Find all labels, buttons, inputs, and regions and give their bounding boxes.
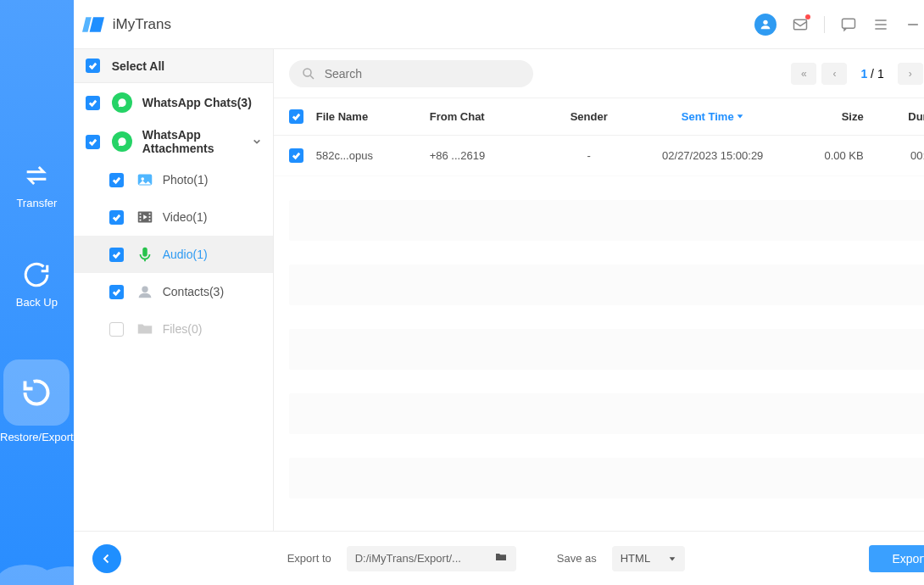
search-box[interactable] xyxy=(289,60,533,87)
checkbox[interactable] xyxy=(86,96,100,110)
header-checkbox[interactable] xyxy=(289,109,303,124)
empty-row xyxy=(289,265,924,305)
cell-from: +86 ...2619 xyxy=(430,149,540,162)
svg-point-6 xyxy=(141,177,144,181)
cell-dur: 00:00:02 xyxy=(864,149,924,162)
empty-row xyxy=(289,393,924,434)
checkbox-empty[interactable] xyxy=(109,322,124,337)
empty-row xyxy=(289,329,924,370)
tree-files-label: Files(0) xyxy=(163,322,203,336)
save-as-value: HTML xyxy=(621,552,650,565)
content-toolbar: « ‹ 1 / 1 › » xyxy=(274,49,924,98)
pager-first[interactable]: « xyxy=(791,63,816,85)
svg-rect-10 xyxy=(139,220,141,221)
footer: Export to D:/iMyTrans/Export/... Save as… xyxy=(74,531,924,585)
th-file[interactable]: File Name xyxy=(316,110,430,123)
content-panel: « ‹ 1 / 1 › » File Name From Chat Sender… xyxy=(274,49,924,531)
export-to-label: Export to xyxy=(287,552,331,565)
tree-photo-label: Photo(1) xyxy=(163,173,209,187)
minimize-icon[interactable] xyxy=(905,16,921,33)
folder-icon xyxy=(136,320,154,338)
divider xyxy=(824,16,825,33)
feedback-icon[interactable] xyxy=(840,16,857,33)
pager-next[interactable]: › xyxy=(898,63,923,85)
checkbox[interactable] xyxy=(86,135,100,149)
tree-contacts-label: Contacts(3) xyxy=(163,285,224,298)
th-sender[interactable]: Sender xyxy=(540,110,638,123)
menu-icon[interactable] xyxy=(872,16,889,33)
nav-restore-export[interactable]: Restore/Export xyxy=(0,359,74,443)
logo-mark-icon xyxy=(82,14,104,36)
cell-file: 582c...opus xyxy=(316,149,430,162)
inbox-icon[interactable] xyxy=(792,16,809,33)
checkbox[interactable] xyxy=(109,173,124,187)
empty-row xyxy=(289,458,924,499)
table-header: File Name From Chat Sender Sent Time Siz… xyxy=(274,98,924,136)
file-table: File Name From Chat Sender Sent Time Siz… xyxy=(274,98,924,531)
save-as-select[interactable]: HTML xyxy=(612,546,685,571)
backup-icon xyxy=(22,260,51,289)
app-root: Transfer Back Up Restore/Export iMyTrans xyxy=(0,0,924,585)
select-all-checkbox[interactable] xyxy=(86,58,100,73)
empty-row xyxy=(289,200,924,241)
sidebar-tree: Select All WhatsApp Chats(3) WhatsApp At… xyxy=(74,49,274,531)
export-button[interactable]: Export xyxy=(869,545,924,572)
chevron-down-icon xyxy=(253,135,261,148)
select-all-row[interactable]: Select All xyxy=(74,49,273,83)
sort-desc-icon xyxy=(736,112,744,120)
th-sent-time[interactable]: Sent Time xyxy=(638,110,788,123)
whatsapp-icon xyxy=(112,131,132,152)
header-icons xyxy=(754,14,924,36)
back-button[interactable] xyxy=(92,544,121,573)
svg-rect-3 xyxy=(793,20,806,30)
nav-transfer[interactable]: Transfer xyxy=(16,161,57,209)
nav-transfer-label: Transfer xyxy=(16,197,57,209)
search-input[interactable] xyxy=(325,67,521,81)
photo-icon xyxy=(136,170,154,189)
account-icon[interactable] xyxy=(754,14,776,36)
tree-sub-video[interactable]: Video(1) xyxy=(74,198,273,236)
row-checkbox[interactable] xyxy=(289,148,303,163)
th-from[interactable]: From Chat xyxy=(430,110,540,123)
tree-sub-files[interactable]: Files(0) xyxy=(74,310,273,348)
tree-whatsapp-attachments[interactable]: WhatsApp Attachments xyxy=(74,122,273,161)
tree-sub-contacts[interactable]: Contacts(3) xyxy=(74,273,273,310)
export-path-text: D:/iMyTrans/Export/... xyxy=(355,552,461,565)
svg-point-15 xyxy=(142,287,148,292)
cell-size: 0.00 KB xyxy=(788,149,864,162)
pager: « ‹ 1 / 1 › » xyxy=(791,63,924,85)
table-row[interactable]: 582c...opus +86 ...2619 - 02/27/2023 15:… xyxy=(274,136,924,176)
pager-readout: 1 / 1 xyxy=(860,67,883,81)
main-panel: iMyTrans Select All xyxy=(74,0,924,585)
svg-rect-8 xyxy=(139,213,141,214)
tree-audio-label: Audio(1) xyxy=(163,248,208,261)
whatsapp-icon xyxy=(112,92,132,113)
svg-rect-13 xyxy=(148,220,150,221)
th-size[interactable]: Size xyxy=(788,110,864,123)
svg-rect-14 xyxy=(142,248,148,257)
search-icon xyxy=(301,66,316,81)
export-path-box[interactable]: D:/iMyTrans/Export/... xyxy=(347,546,516,571)
cell-sender: - xyxy=(540,149,638,162)
pager-prev[interactable]: ‹ xyxy=(821,63,847,85)
select-all-label: Select All xyxy=(112,59,165,73)
tree-whatsapp-chats[interactable]: WhatsApp Chats(3) xyxy=(74,83,273,122)
svg-rect-4 xyxy=(842,19,854,28)
tree-attachments-label: WhatsApp Attachments xyxy=(142,128,253,155)
cell-sent: 02/27/2023 15:00:29 xyxy=(638,149,788,162)
checkbox[interactable] xyxy=(109,248,124,262)
tree-sub-audio[interactable]: Audio(1) xyxy=(74,236,273,273)
folder-open-icon[interactable] xyxy=(494,550,508,566)
save-as-label: Save as xyxy=(557,552,597,565)
transfer-icon xyxy=(22,161,51,190)
th-duration[interactable]: Duration xyxy=(864,110,924,123)
svg-rect-11 xyxy=(148,213,150,214)
nav-backup[interactable]: Back Up xyxy=(16,260,58,309)
tree-sub-photo[interactable]: Photo(1) xyxy=(74,161,273,198)
checkbox[interactable] xyxy=(109,285,124,299)
cloud-decoration xyxy=(0,534,95,585)
checkbox[interactable] xyxy=(109,210,124,225)
video-icon xyxy=(136,208,154,226)
svg-point-16 xyxy=(303,69,311,76)
microphone-icon xyxy=(136,245,154,264)
